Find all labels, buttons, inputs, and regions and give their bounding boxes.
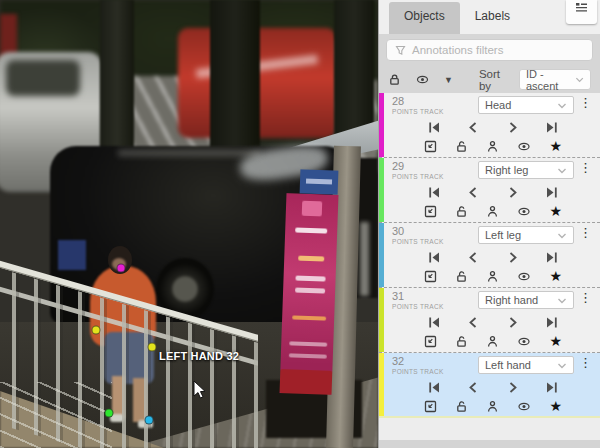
keypoint-head[interactable] (117, 264, 126, 273)
hide-object-button[interactable] (517, 270, 531, 283)
occluded-button[interactable] (486, 205, 499, 218)
object-actions-menu-icon[interactable]: ⋮ (577, 356, 594, 370)
object-label-select[interactable]: Left hand (478, 356, 574, 374)
hide-all-button[interactable] (415, 73, 430, 86)
object-card-29[interactable]: 29 POINTS TRACK Right leg ⋮ (379, 158, 600, 223)
keypoint-left-hand[interactable] (148, 343, 157, 352)
prev-keyframe-button[interactable] (467, 186, 480, 199)
funnel-icon (395, 45, 406, 56)
last-keyframe-button[interactable] (545, 251, 558, 264)
tab-objects[interactable]: Objects (389, 2, 460, 34)
object-card-32[interactable]: 32 POINTS TRACK Left hand ⋮ (379, 353, 600, 418)
occluded-button[interactable] (486, 400, 499, 413)
keypoint-right-leg[interactable] (105, 409, 114, 418)
prev-keyframe-button[interactable] (467, 251, 480, 264)
switch-outside-button[interactable] (424, 140, 437, 153)
keypoint-left-leg[interactable] (145, 416, 154, 425)
lock-all-button[interactable] (388, 73, 401, 86)
object-type: POINTS TRACK (392, 368, 458, 375)
object-label: Head (485, 99, 511, 111)
lock-object-button[interactable] (455, 205, 468, 218)
last-keyframe-button[interactable] (545, 186, 558, 199)
lock-object-button[interactable] (455, 270, 468, 283)
lock-object-button[interactable] (455, 140, 468, 153)
tab-labels[interactable]: Labels (460, 0, 525, 34)
object-actions-menu-icon[interactable]: ⋮ (577, 291, 594, 305)
last-keyframe-button[interactable] (545, 121, 558, 134)
first-keyframe-button[interactable] (428, 186, 441, 199)
reflection (360, 222, 369, 296)
collapse-sidebar-button[interactable] (566, 0, 597, 24)
hide-object-button[interactable] (517, 140, 531, 153)
object-label-select[interactable]: Right hand (478, 291, 574, 309)
switch-outside-button[interactable] (424, 400, 437, 413)
padlock-open-icon (455, 205, 468, 218)
hide-object-button[interactable] (517, 335, 531, 348)
last-keyframe-button[interactable] (545, 381, 558, 394)
object-id: 31 (392, 291, 458, 302)
prev-keyframe-button[interactable] (467, 121, 480, 134)
chevron-left-icon (467, 121, 480, 134)
switch-outside-button[interactable] (424, 270, 437, 283)
person-icon (486, 205, 499, 218)
object-actions-menu-icon[interactable]: ⋮ (577, 96, 594, 110)
occluded-button[interactable] (486, 270, 499, 283)
next-keyframe-button[interactable] (506, 121, 519, 134)
keyframe-star-button[interactable]: ★ (549, 270, 562, 283)
object-actions-menu-icon[interactable]: ⋮ (577, 161, 594, 175)
object-actions-menu-icon[interactable]: ⋮ (577, 226, 594, 240)
occluded-button[interactable] (486, 140, 499, 153)
hide-object-button[interactable] (517, 205, 531, 218)
next-keyframe-button[interactable] (506, 186, 519, 199)
switch-outside-button[interactable] (424, 335, 437, 348)
keyframe-star-button[interactable]: ★ (549, 140, 562, 153)
skip-to-start-icon (428, 251, 441, 264)
last-keyframe-button[interactable] (545, 316, 558, 329)
annotation-canvas[interactable]: LEFT HAND 32 (0, 0, 378, 448)
chevron-down-icon (575, 76, 584, 83)
object-label-select[interactable]: Left leg (478, 226, 574, 244)
chevron-right-icon (506, 316, 519, 329)
object-id: 28 (392, 96, 458, 107)
expand-all-button[interactable]: ▼ (444, 75, 453, 85)
occluded-button[interactable] (486, 335, 499, 348)
object-label: Right hand (485, 294, 538, 306)
first-keyframe-button[interactable] (428, 251, 441, 264)
object-card-30[interactable]: 30 POINTS TRACK Left leg ⋮ (379, 223, 600, 288)
object-label: Left leg (485, 229, 521, 241)
objects-list: 28 POINTS TRACK Head ⋮ (379, 93, 600, 448)
object-card-28[interactable]: 28 POINTS TRACK Head ⋮ (379, 93, 600, 158)
outside-square-icon (424, 400, 437, 413)
annotations-filter-input[interactable]: Annotations filters (386, 39, 593, 61)
prev-keyframe-button[interactable] (467, 316, 480, 329)
prev-keyframe-button[interactable] (467, 381, 480, 394)
keyframe-star-button[interactable]: ★ (549, 205, 562, 218)
next-keyframe-button[interactable] (506, 316, 519, 329)
object-label-select[interactable]: Head (478, 96, 574, 114)
stairs (0, 382, 112, 448)
chevron-left-icon (467, 381, 480, 394)
lock-object-button[interactable] (455, 400, 468, 413)
next-keyframe-button[interactable] (506, 381, 519, 394)
lock-object-button[interactable] (455, 335, 468, 348)
object-card-31[interactable]: 31 POINTS TRACK Right hand ⋮ (379, 288, 600, 353)
annotation-app: LEFT HAND 32 Objects Labels Annotations … (0, 0, 600, 448)
keypoint-right-hand[interactable] (92, 326, 101, 335)
first-keyframe-button[interactable] (428, 381, 441, 394)
switch-outside-button[interactable] (424, 205, 437, 218)
padlock-open-icon (455, 400, 468, 413)
first-keyframe-button[interactable] (428, 316, 441, 329)
black-car-roof-highlight (118, 150, 260, 156)
person-icon (486, 270, 499, 283)
next-keyframe-button[interactable] (506, 251, 519, 264)
first-keyframe-button[interactable] (428, 121, 441, 134)
eye-icon (517, 140, 531, 153)
chevron-right-icon (506, 121, 519, 134)
sort-order-select[interactable]: ID - ascent (519, 69, 591, 90)
object-label-select[interactable]: Right leg (478, 161, 574, 179)
hide-object-button[interactable] (517, 400, 531, 413)
keyframe-star-button[interactable]: ★ (549, 400, 562, 413)
chevron-left-icon (467, 186, 480, 199)
keyframe-star-button[interactable]: ★ (549, 335, 562, 348)
chevron-down-icon (557, 362, 567, 369)
